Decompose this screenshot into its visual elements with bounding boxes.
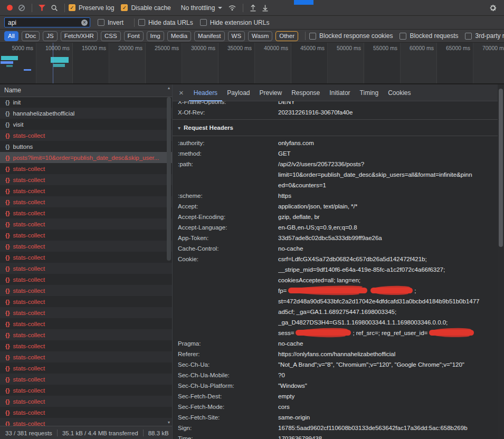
header-value: application/json, text/plain, */* — [278, 201, 498, 212]
redaction-scribble — [296, 330, 351, 336]
request-row-stats-collect[interactable]: {}stats-collect — [0, 396, 172, 407]
timeline-tick: 50000 ms — [328, 43, 364, 83]
request-row-stats-collect[interactable]: {}stats-collect — [0, 374, 172, 385]
request-row-stats-collect[interactable]: {}stats-collect — [0, 385, 172, 396]
request-row-stats-collect[interactable]: {}stats-collect — [0, 418, 172, 426]
type-chip-fetch-xhr[interactable]: Fetch/XHR — [61, 31, 98, 41]
request-row-stats-collect[interactable]: {}stats-collect — [0, 362, 172, 374]
request-row-stats-collect[interactable]: {}stats-collect — [0, 340, 172, 351]
request-row-stats-collect[interactable]: {}stats-collect — [0, 174, 172, 185]
request-row-stats-collect[interactable]: {}stats-collect — [0, 196, 172, 207]
type-chip-css[interactable]: CSS — [101, 31, 121, 41]
scroll-up-icon[interactable]: ▲ — [167, 86, 171, 90]
checkbox-label: Preserve log — [79, 4, 114, 12]
type-chip-doc[interactable]: Doc — [22, 31, 40, 41]
request-name: init — [13, 99, 28, 106]
tab-response[interactable]: Response — [287, 84, 325, 101]
type-chip-manifest[interactable]: Manifest — [194, 31, 224, 41]
request-row-stats-collect[interactable]: {}stats-collect — [0, 163, 172, 174]
header-name: Accept-Language: — [178, 222, 278, 233]
checkbox-hide-data-urls[interactable]: Hide data URLs — [138, 19, 193, 26]
export-har-button[interactable] — [262, 4, 269, 12]
json-file-icon: {} — [5, 376, 10, 383]
checkbox-label: Disable cache — [131, 4, 170, 12]
throttling-select[interactable]: No throttling — [181, 4, 223, 12]
request-row-buttons[interactable]: {}buttons — [0, 141, 172, 152]
details-scrollbar[interactable] — [498, 84, 504, 439]
checkbox-3rd-party-requests[interactable]: 3rd-party requests — [465, 32, 504, 40]
request-row-stats-collect[interactable]: {}stats-collect — [0, 329, 172, 340]
request-row-init[interactable]: {}init — [0, 97, 172, 108]
header-value: DENY — [278, 101, 498, 107]
close-details-icon[interactable]: × — [179, 88, 184, 97]
filter-button[interactable] — [39, 5, 45, 11]
request-headers-section[interactable]: ▾ Request Headers — [178, 121, 498, 134]
request-row-stats-collect[interactable]: {}stats-collect — [0, 130, 172, 141]
type-chip-all[interactable]: All — [4, 31, 18, 41]
filter-input[interactable]: api × — [4, 17, 90, 27]
scroll-down-icon[interactable]: ▼ — [167, 421, 171, 424]
settings-button[interactable] — [489, 4, 497, 12]
json-file-icon: {} — [5, 276, 10, 283]
request-row-stats-collect[interactable]: {}stats-collect — [0, 407, 172, 418]
clear-network-log-button[interactable] — [18, 4, 25, 12]
request-row-hannahelizabethofficial[interactable]: {}hannahelizabethofficial — [0, 108, 172, 119]
tab-payload[interactable]: Payload — [222, 84, 254, 101]
header-value: cors — [278, 402, 498, 412]
json-file-icon: {} — [5, 398, 10, 405]
json-file-icon: {} — [5, 232, 10, 238]
request-row-stats-collect[interactable]: {}stats-collect — [0, 263, 172, 274]
type-chip-ws[interactable]: WS — [228, 31, 245, 41]
type-chip-other[interactable]: Other — [275, 31, 298, 41]
request-row-posts-limit-10-order-publish-date-desc-s[interactable]: {}posts?limit=10&order=publish_date_desc… — [0, 152, 172, 163]
request-row-stats-collect[interactable]: {}stats-collect — [0, 185, 172, 196]
request-row-stats-collect[interactable]: {}stats-collect — [0, 351, 172, 362]
request-row-stats-collect[interactable]: {}stats-collect — [0, 230, 172, 241]
request-row-stats-collect[interactable]: {}stats-collect — [0, 252, 172, 263]
header-value: onlyfans.com — [278, 138, 498, 148]
scrollbar-track[interactable] — [166, 90, 172, 421]
checkbox-label: Invert — [108, 19, 123, 26]
name-column-header[interactable]: Name — [0, 84, 172, 97]
timeline-overview[interactable]: 5000 ms10000 ms15000 ms20000 ms25000 ms3… — [0, 43, 504, 84]
clear-filter-icon[interactable]: × — [81, 20, 88, 26]
request-row-stats-collect[interactable]: {}stats-collect — [0, 241, 172, 252]
request-row-stats-collect[interactable]: {}stats-collect — [0, 318, 172, 329]
request-row-stats-collect[interactable]: {}stats-collect — [0, 207, 172, 218]
checkbox-blocked-response-cookies[interactable]: Blocked response cookies — [309, 32, 393, 40]
import-har-button[interactable] — [250, 4, 256, 12]
request-row-stats-collect[interactable]: {}stats-collect — [0, 285, 172, 296]
request-row-stats-collect[interactable]: {}stats-collect — [0, 296, 172, 307]
tab-timing[interactable]: Timing — [355, 84, 384, 101]
type-chip-font[interactable]: Font — [124, 31, 144, 41]
request-row-stats-collect[interactable]: {}stats-collect — [0, 274, 172, 285]
type-chip-media[interactable]: Media — [167, 31, 191, 41]
checkbox-blocked-requests[interactable]: Blocked requests — [400, 32, 458, 40]
tab-preview[interactable]: Preview — [255, 84, 287, 101]
timeline-tick: 15000 ms — [73, 43, 109, 83]
header-value: /api2/v2/users/20572336/posts?limit=10&o… — [278, 159, 498, 190]
checkbox-preserve-log[interactable]: ✓Preserve log — [69, 4, 114, 12]
request-row-stats-collect[interactable]: {}stats-collect — [0, 307, 172, 318]
type-chip-js[interactable]: JS — [43, 31, 57, 41]
checkbox-hide-extension-urls[interactable]: Hide extension URLs — [200, 19, 270, 26]
search-button[interactable] — [51, 4, 58, 12]
type-chip-img[interactable]: Img — [147, 31, 164, 41]
type-chip-wasm[interactable]: Wasm — [248, 31, 272, 41]
record-button[interactable] — [7, 5, 13, 11]
tab-initiator[interactable]: Initiator — [325, 84, 355, 101]
list-scrollbar[interactable]: ▲ ▼ — [166, 84, 172, 426]
json-file-icon: {} — [5, 166, 10, 172]
network-conditions-button[interactable] — [228, 4, 236, 11]
scrollbar-thumb[interactable] — [167, 97, 171, 261]
request-row-stats-collect[interactable]: {}stats-collect — [0, 218, 172, 230]
header-row: X-Frame-Options:DENY — [178, 101, 498, 107]
request-row-visit[interactable]: {}visit — [0, 119, 172, 130]
checkbox-disable-cache[interactable]: ✓Disable cache — [121, 4, 170, 12]
header-name: X-Frame-Options: — [178, 101, 278, 107]
tab-headers[interactable]: Headers — [189, 84, 222, 101]
checkbox-invert[interactable]: Invert — [98, 19, 123, 26]
scrollbar-thumb[interactable] — [499, 89, 503, 247]
tab-cookies[interactable]: Cookies — [383, 84, 415, 101]
timeline-tick: 45000 ms — [291, 43, 328, 83]
